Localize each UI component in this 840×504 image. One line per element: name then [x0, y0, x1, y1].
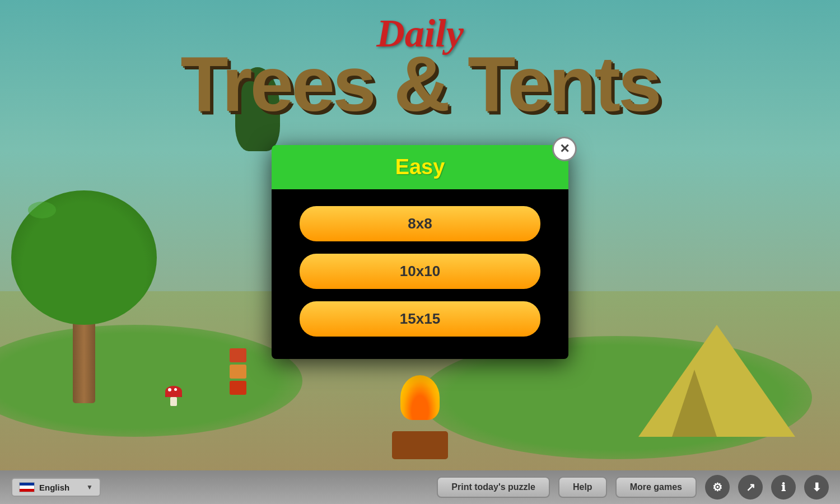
language-selector[interactable]: English ▼ [11, 478, 101, 497]
flag-stripe-red [20, 489, 34, 492]
info-icon: ℹ [781, 480, 786, 494]
print-puzzle-button[interactable]: Print today's puzzle [437, 477, 550, 498]
help-button[interactable]: Help [558, 477, 607, 498]
size-10x10-button[interactable]: 10x10 [300, 254, 540, 289]
more-games-button[interactable]: More games [615, 477, 697, 498]
download-button[interactable]: ⬇ [804, 475, 829, 500]
modal-overlay: ✕ Easy 8x8 10x10 15x15 [0, 0, 840, 504]
size-15x15-button[interactable]: 15x15 [300, 301, 540, 337]
bottom-bar: English ▼ Print today's puzzle Help More… [0, 470, 840, 504]
modal-body: 8x8 10x10 15x15 [272, 189, 568, 359]
gear-icon: ⚙ [712, 480, 722, 494]
share-icon: ↗ [746, 480, 755, 494]
modal-title: Easy [395, 155, 445, 179]
size-8x8-button[interactable]: 8x8 [300, 206, 540, 241]
language-label: English [39, 483, 69, 492]
modal-close-button[interactable]: ✕ [552, 137, 577, 161]
difficulty-modal: ✕ Easy 8x8 10x10 15x15 [272, 145, 568, 359]
info-button[interactable]: ℹ [771, 475, 796, 500]
modal-header: Easy [272, 145, 568, 189]
gear-button[interactable]: ⚙ [705, 475, 730, 500]
chevron-down-icon: ▼ [86, 483, 93, 491]
share-button[interactable]: ↗ [738, 475, 763, 500]
download-icon: ⬇ [812, 480, 822, 494]
flag-icon [19, 482, 35, 492]
